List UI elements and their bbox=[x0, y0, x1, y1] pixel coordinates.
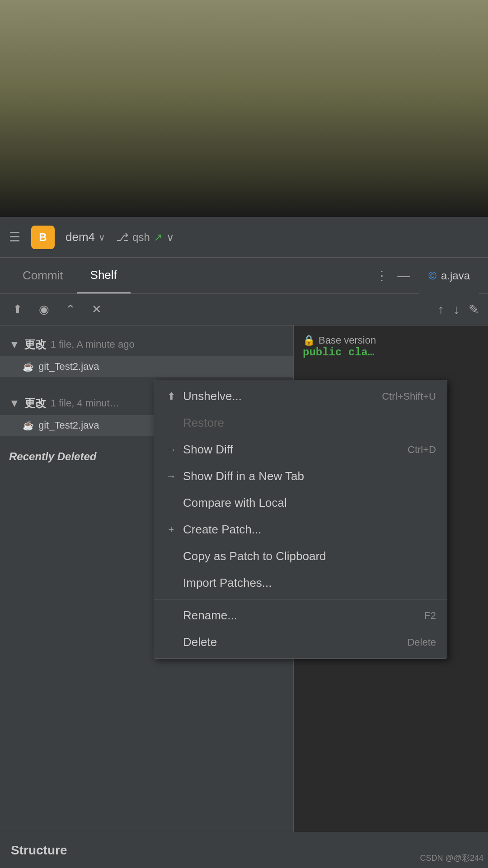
branch-section[interactable]: ⎇ qsh ↗ ∨ bbox=[116, 231, 174, 244]
more-icon[interactable]: ⋮ bbox=[375, 268, 388, 283]
shelf-file-1-icon: ☕ bbox=[23, 361, 34, 372]
up-nav-icon[interactable]: ↑ bbox=[438, 302, 444, 317]
create-patch-label: Create Patch... bbox=[183, 523, 261, 537]
group1-arrow-icon: ▼ bbox=[9, 338, 20, 351]
tab-shelf[interactable]: Shelf bbox=[77, 258, 131, 293]
upload-toolbar-icon[interactable]: ⬆ bbox=[9, 299, 26, 320]
show-diff-label: Show Diff bbox=[183, 443, 233, 457]
left-panel: ▼ 更改 1 file, A minute ago ☕ git_Test2.ja… bbox=[0, 326, 294, 832]
shelf-file-2-name: git_Test2.java bbox=[38, 420, 99, 431]
hamburger-icon[interactable]: ☰ bbox=[9, 230, 20, 245]
menu-item-delete[interactable]: Delete Delete bbox=[154, 629, 447, 656]
context-menu-separator bbox=[154, 599, 447, 599]
compare-local-label: Compare with Local bbox=[183, 496, 287, 510]
unshelve-icon: ⬆ bbox=[165, 391, 178, 402]
delete-label: Delete bbox=[183, 635, 217, 649]
shelf-file-2-icon: ☕ bbox=[23, 420, 34, 431]
shelf-file-item-1[interactable]: ☕ git_Test2.java bbox=[0, 356, 293, 377]
delete-shortcut: Delete bbox=[407, 637, 436, 648]
rename-label: Rename... bbox=[183, 609, 237, 623]
file-tab-name: a.java bbox=[441, 269, 470, 282]
group2-meta: 1 file, 4 minut… bbox=[51, 397, 120, 409]
ide-header: ☰ B dem4 ∨ ⎇ qsh ↗ ∨ bbox=[0, 217, 488, 258]
structure-label: Structure bbox=[11, 843, 67, 858]
show-diff-new-tab-label: Show Diff in a New Tab bbox=[183, 469, 304, 483]
eye-toolbar-icon[interactable]: ◉ bbox=[35, 299, 53, 320]
lock-icon: 🔒 bbox=[303, 335, 315, 346]
group2-arrow-icon: ▼ bbox=[9, 397, 20, 410]
branch-name: qsh bbox=[132, 231, 150, 244]
main-content: ▼ 更改 1 file, A minute ago ☕ git_Test2.ja… bbox=[0, 326, 488, 832]
tab-commit[interactable]: Commit bbox=[9, 258, 77, 293]
menu-item-rename[interactable]: Rename... F2 bbox=[154, 602, 447, 629]
show-diff-new-tab-icon: → bbox=[165, 471, 178, 482]
unshelve-label: Unshelve... bbox=[183, 389, 242, 403]
minimize-icon[interactable]: — bbox=[397, 269, 410, 283]
menu-item-compare-local[interactable]: Compare with Local bbox=[154, 490, 447, 516]
menu-item-create-patch[interactable]: + Create Patch... bbox=[154, 516, 447, 543]
rename-shortcut: F2 bbox=[424, 610, 436, 622]
file-tab-icon: © bbox=[428, 269, 436, 282]
shelf-group-1-header[interactable]: ▼ 更改 1 file, A minute ago bbox=[0, 333, 293, 356]
tab-bar: Commit Shelf ⋮ — © a.java bbox=[0, 258, 488, 294]
group1-meta: 1 file, A minute ago bbox=[51, 339, 135, 350]
project-badge: B bbox=[31, 226, 55, 249]
copy-patch-label: Copy as Patch to Clipboard bbox=[183, 549, 326, 563]
tab-actions: ⋮ — © a.java bbox=[375, 258, 479, 293]
top-photo-area bbox=[0, 0, 488, 217]
close-toolbar-icon[interactable]: ✕ bbox=[88, 299, 105, 320]
restore-label: Restore bbox=[183, 416, 224, 430]
show-diff-shortcut: Ctrl+D bbox=[408, 444, 436, 456]
import-patches-label: Import Patches... bbox=[183, 576, 272, 590]
down-nav-icon[interactable]: ↓ bbox=[453, 302, 460, 317]
project-chevron-icon: ∨ bbox=[99, 232, 105, 243]
group2-title: 更改 bbox=[24, 396, 46, 410]
code-line: public cla… bbox=[303, 346, 479, 359]
edit-nav-icon[interactable]: ✎ bbox=[469, 302, 479, 317]
shelf-group-1: ▼ 更改 1 file, A minute ago ☕ git_Test2.ja… bbox=[0, 326, 293, 384]
base-version-label: 🔒 Base version bbox=[303, 335, 479, 346]
file-tab[interactable]: © a.java bbox=[419, 258, 479, 294]
menu-item-import-patches[interactable]: Import Patches... bbox=[154, 570, 447, 596]
group1-title: 更改 bbox=[24, 337, 46, 352]
show-diff-icon: → bbox=[165, 444, 178, 456]
menu-item-show-diff-new-tab[interactable]: → Show Diff in a New Tab bbox=[154, 463, 447, 490]
branch-chevron-icon: ∨ bbox=[166, 231, 174, 244]
shelf-file-1-name: git_Test2.java bbox=[38, 361, 99, 373]
create-patch-icon: + bbox=[165, 524, 178, 536]
toolbar: ⬆ ◉ ⌃ ✕ ↑ ↓ ✎ bbox=[0, 294, 488, 326]
bottom-bar: Structure bbox=[0, 832, 488, 868]
menu-item-copy-patch[interactable]: Copy as Patch to Clipboard bbox=[154, 543, 447, 570]
branch-icon: ⎇ bbox=[116, 231, 129, 244]
right-toolbar: ↑ ↓ ✎ bbox=[438, 302, 479, 317]
project-name[interactable]: dem4 ∨ bbox=[66, 230, 105, 244]
context-menu: ⬆ Unshelve... Ctrl+Shift+U Restore → Sho… bbox=[154, 380, 447, 659]
branch-arrow-icon: ↗ bbox=[154, 231, 163, 244]
expand-toolbar-icon[interactable]: ⌃ bbox=[62, 299, 79, 320]
watermark: CSDN @@彩244 bbox=[420, 853, 483, 863]
menu-item-unshelve[interactable]: ⬆ Unshelve... Ctrl+Shift+U bbox=[154, 383, 447, 410]
menu-item-restore[interactable]: Restore bbox=[154, 410, 447, 436]
menu-item-show-diff[interactable]: → Show Diff Ctrl+D bbox=[154, 436, 447, 463]
unshelve-shortcut: Ctrl+Shift+U bbox=[382, 391, 436, 402]
